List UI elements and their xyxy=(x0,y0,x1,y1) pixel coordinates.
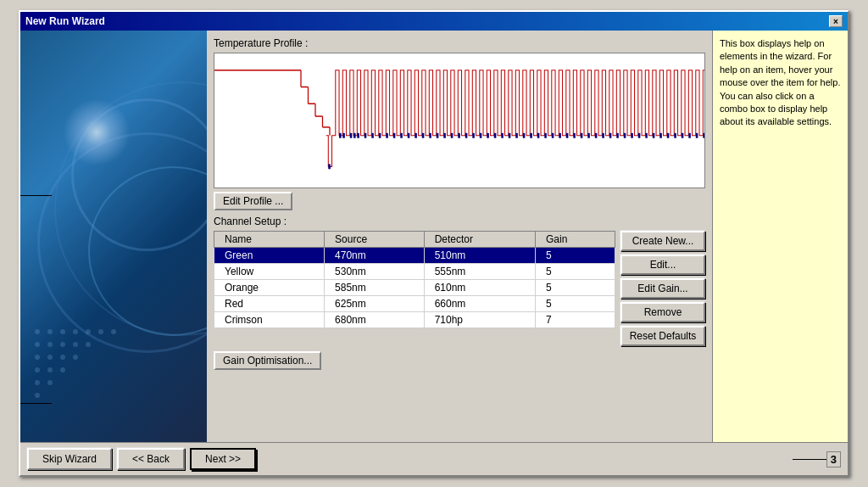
svg-rect-53 xyxy=(472,133,475,138)
svg-point-18 xyxy=(60,367,65,372)
glow-effect xyxy=(63,98,131,166)
label-1-area: 1 xyxy=(20,188,52,204)
svg-rect-76 xyxy=(638,133,641,138)
svg-rect-42 xyxy=(393,133,396,138)
svg-rect-75 xyxy=(631,133,633,138)
channel-table-area: Name Source Detector Gain Green 470nm 51… xyxy=(214,231,705,346)
svg-rect-47 xyxy=(429,133,431,138)
window-title: New Run Wizard xyxy=(25,15,105,27)
svg-rect-69 xyxy=(587,133,590,138)
channel-setup-label: Channel Setup : xyxy=(214,216,705,227)
svg-rect-78 xyxy=(653,133,655,138)
svg-rect-56 xyxy=(494,133,497,138)
gain-optimisation-button[interactable]: Gain Optimisation... xyxy=(214,351,321,370)
svg-rect-36 xyxy=(353,133,356,138)
svg-rect-83 xyxy=(688,133,691,138)
cell-detector: 510nm xyxy=(424,248,535,264)
edit-profile-button[interactable]: Edit Profile ... xyxy=(214,192,292,210)
svg-rect-84 xyxy=(696,133,698,138)
svg-rect-39 xyxy=(371,133,374,138)
temperature-chart xyxy=(214,53,705,188)
svg-rect-50 xyxy=(451,133,453,138)
svg-rect-35 xyxy=(350,133,353,138)
bottom-bar: Skip Wizard << Back Next >> 3 xyxy=(20,442,848,475)
col-header-name: Name xyxy=(214,232,325,248)
svg-rect-62 xyxy=(537,133,540,138)
svg-rect-40 xyxy=(379,133,381,138)
svg-rect-85 xyxy=(703,133,704,138)
svg-rect-77 xyxy=(645,133,648,138)
table-row[interactable]: Red 625nm 660nm 5 xyxy=(214,296,615,312)
col-header-source: Source xyxy=(325,232,425,248)
svg-rect-73 xyxy=(616,133,619,138)
table-row[interactable]: Green 470nm 510nm 5 xyxy=(214,248,615,264)
svg-rect-52 xyxy=(465,133,468,138)
label-3-area: 3 xyxy=(793,451,841,467)
svg-rect-63 xyxy=(544,133,547,138)
remove-button[interactable]: Remove xyxy=(620,302,705,322)
reset-defaults-button[interactable]: Reset Defaults xyxy=(620,326,705,346)
svg-point-17 xyxy=(47,367,53,372)
title-bar: New Run Wizard × xyxy=(20,12,848,31)
channel-setup-section: Channel Setup : Name Source Detector Gai… xyxy=(214,216,705,435)
help-panel: This box displays help on elements in th… xyxy=(712,31,848,442)
cell-source: 625nm xyxy=(325,296,425,312)
svg-rect-34 xyxy=(342,133,345,138)
edit-button[interactable]: Edit... xyxy=(620,255,705,275)
cell-source: 470nm xyxy=(325,248,425,264)
svg-rect-66 xyxy=(566,133,569,138)
cell-source: 530nm xyxy=(325,264,425,280)
svg-point-2 xyxy=(60,329,65,334)
svg-rect-41 xyxy=(386,133,388,138)
svg-point-10 xyxy=(73,342,78,347)
svg-rect-74 xyxy=(624,133,626,138)
table-row[interactable]: Orange 585nm 610nm 5 xyxy=(214,280,615,296)
panel-decoration xyxy=(20,31,207,442)
channel-table: Name Source Detector Gain Green 470nm 51… xyxy=(214,231,615,328)
left-panel: 1 2 xyxy=(20,31,207,442)
cell-detector: 660nm xyxy=(424,296,535,312)
next-button[interactable]: Next >> xyxy=(190,448,256,470)
close-button[interactable]: × xyxy=(829,15,843,27)
cell-gain: 5 xyxy=(535,248,615,264)
svg-point-15 xyxy=(73,355,78,360)
cell-name: Orange xyxy=(214,280,325,296)
svg-rect-44 xyxy=(408,133,410,138)
svg-rect-60 xyxy=(523,133,526,138)
cell-name: Red xyxy=(214,296,325,312)
svg-rect-80 xyxy=(667,133,670,138)
cell-detector: 710hp xyxy=(424,312,535,328)
svg-rect-57 xyxy=(501,133,504,138)
temp-profile-section: Temperature Profile : xyxy=(214,37,705,210)
svg-point-5 xyxy=(98,329,103,334)
help-text: This box displays help on elements in th… xyxy=(720,38,840,126)
cell-gain: 7 xyxy=(535,312,615,328)
svg-rect-32 xyxy=(328,164,331,169)
svg-point-6 xyxy=(111,329,116,334)
back-button[interactable]: << Back xyxy=(117,448,185,470)
edit-gain-button[interactable]: Edit Gain... xyxy=(620,278,705,299)
svg-rect-55 xyxy=(487,133,489,138)
svg-rect-46 xyxy=(422,133,425,138)
cell-name: Yellow xyxy=(214,264,325,280)
table-row[interactable]: Crimson 680nm 710hp 7 xyxy=(214,312,615,328)
svg-point-9 xyxy=(60,342,65,347)
svg-rect-61 xyxy=(530,133,532,138)
cell-gain: 5 xyxy=(535,264,615,280)
svg-rect-59 xyxy=(515,133,518,138)
svg-rect-71 xyxy=(602,133,604,138)
table-row[interactable]: Yellow 530nm 555nm 5 xyxy=(214,264,615,280)
cell-source: 585nm xyxy=(325,280,425,296)
skip-wizard-button[interactable]: Skip Wizard xyxy=(27,448,112,470)
create-new-button[interactable]: Create New... xyxy=(620,231,705,251)
cell-name: Crimson xyxy=(214,312,325,328)
svg-rect-54 xyxy=(480,133,482,138)
svg-rect-67 xyxy=(573,133,576,138)
svg-rect-70 xyxy=(595,133,598,138)
svg-rect-51 xyxy=(458,133,460,138)
label-3: 3 xyxy=(826,451,841,467)
svg-rect-38 xyxy=(364,133,367,138)
channel-buttons: Create New... Edit... Edit Gain... Remov… xyxy=(620,231,705,346)
svg-rect-64 xyxy=(552,133,554,138)
col-header-gain: Gain xyxy=(535,232,615,248)
